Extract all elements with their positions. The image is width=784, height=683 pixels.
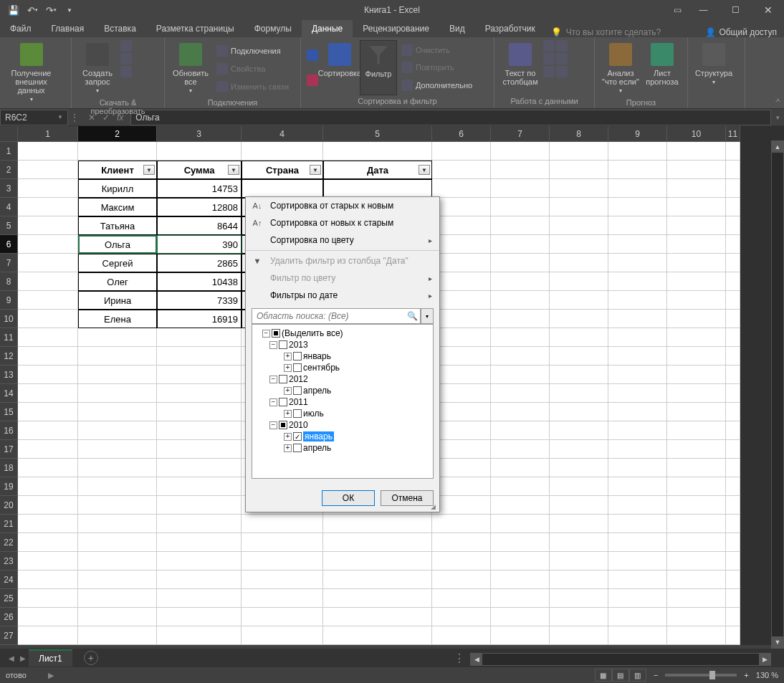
cell[interactable]: 8644 bbox=[157, 216, 242, 235]
cell[interactable] bbox=[78, 328, 157, 347]
row-header[interactable]: 23 bbox=[0, 552, 18, 570]
cell[interactable] bbox=[726, 235, 740, 254]
cell[interactable] bbox=[157, 440, 242, 459]
cell[interactable] bbox=[432, 328, 491, 347]
scroll-left-icon[interactable]: ◀ bbox=[471, 654, 482, 665]
cell[interactable] bbox=[608, 459, 667, 477]
remove-dup-icon[interactable] bbox=[543, 53, 555, 65]
cell[interactable] bbox=[18, 179, 78, 198]
cell[interactable] bbox=[608, 235, 667, 254]
cell[interactable] bbox=[608, 179, 667, 198]
cell[interactable] bbox=[18, 310, 78, 328]
cell[interactable] bbox=[726, 403, 740, 421]
select-all-checkbox[interactable] bbox=[272, 329, 280, 338]
month-checkbox[interactable] bbox=[293, 432, 302, 441]
tab-review[interactable]: Рецензирование bbox=[353, 20, 439, 37]
cell[interactable]: 7339 bbox=[157, 291, 242, 310]
cell[interactable] bbox=[157, 608, 242, 626]
filter-dropdown-icon[interactable]: ▼ bbox=[310, 165, 321, 175]
cell[interactable] bbox=[78, 515, 157, 533]
cell[interactable] bbox=[608, 198, 667, 216]
cell[interactable] bbox=[18, 626, 78, 645]
cell[interactable] bbox=[667, 608, 726, 626]
resize-handle-icon[interactable]: ◢ bbox=[431, 503, 438, 510]
cell[interactable] bbox=[608, 291, 667, 310]
cell[interactable] bbox=[432, 589, 491, 608]
row-header[interactable]: 11 bbox=[0, 328, 18, 347]
cell[interactable] bbox=[157, 477, 242, 496]
cell[interactable] bbox=[18, 235, 78, 254]
row-header[interactable]: 24 bbox=[0, 570, 18, 589]
cell[interactable] bbox=[432, 216, 491, 235]
text-to-columns-button[interactable]: Текст по столбцам bbox=[499, 40, 542, 95]
undo-icon[interactable]: ↶▾ bbox=[26, 4, 39, 16]
search-icon[interactable]: 🔍 bbox=[404, 311, 420, 321]
cell[interactable] bbox=[491, 384, 550, 403]
cell[interactable] bbox=[550, 533, 608, 552]
sheet-tab[interactable]: Лист1 bbox=[29, 649, 72, 667]
cell[interactable] bbox=[667, 589, 726, 608]
row-header[interactable]: 27 bbox=[0, 626, 18, 645]
formula-input[interactable]: Ольга bbox=[130, 110, 771, 125]
cell[interactable] bbox=[491, 347, 550, 366]
tab-view[interactable]: Вид bbox=[439, 20, 475, 37]
save-icon[interactable]: 💾 bbox=[7, 4, 20, 16]
cell[interactable] bbox=[432, 366, 491, 384]
cell[interactable] bbox=[550, 496, 608, 515]
horizontal-scrollbar[interactable]: ◀▶ bbox=[470, 653, 771, 666]
cell[interactable] bbox=[432, 384, 491, 403]
cell[interactable] bbox=[667, 235, 726, 254]
row-header[interactable]: 4 bbox=[0, 198, 18, 216]
cell[interactable] bbox=[432, 626, 491, 645]
collapse-icon[interactable]: − bbox=[269, 421, 277, 429]
cell[interactable] bbox=[726, 496, 740, 515]
month-checkbox[interactable] bbox=[293, 409, 302, 418]
tab-home[interactable]: Главная bbox=[42, 20, 95, 37]
filter-search-box[interactable]: 🔍 bbox=[252, 308, 421, 324]
cell[interactable] bbox=[323, 533, 432, 552]
cell[interactable] bbox=[550, 477, 608, 496]
cell[interactable] bbox=[157, 366, 242, 384]
cell[interactable] bbox=[667, 366, 726, 384]
cell[interactable] bbox=[608, 384, 667, 403]
zoom-in-icon[interactable]: + bbox=[744, 671, 748, 679]
cell[interactable] bbox=[432, 142, 491, 161]
cell[interactable] bbox=[491, 589, 550, 608]
cell[interactable] bbox=[608, 142, 667, 161]
col-header[interactable]: 3 bbox=[157, 126, 242, 142]
cell[interactable] bbox=[608, 552, 667, 570]
cell[interactable] bbox=[726, 608, 740, 626]
cell[interactable]: 14753 bbox=[157, 179, 242, 198]
cell[interactable] bbox=[667, 179, 726, 198]
expand-icon[interactable]: + bbox=[284, 433, 292, 441]
cell[interactable] bbox=[726, 161, 740, 179]
cell[interactable] bbox=[157, 328, 242, 347]
cell[interactable] bbox=[242, 552, 323, 570]
cell[interactable] bbox=[18, 440, 78, 459]
connections-button[interactable]: Подключения bbox=[215, 44, 293, 58]
month-checkbox[interactable] bbox=[293, 363, 302, 372]
cell[interactable] bbox=[491, 552, 550, 570]
cell[interactable] bbox=[18, 142, 78, 161]
cell[interactable] bbox=[18, 496, 78, 515]
cell[interactable] bbox=[242, 533, 323, 552]
select-all-corner[interactable] bbox=[0, 126, 18, 142]
cell[interactable] bbox=[608, 626, 667, 645]
tab-developer[interactable]: Разработчик bbox=[475, 20, 545, 37]
cell[interactable] bbox=[608, 328, 667, 347]
cell[interactable] bbox=[432, 179, 491, 198]
cell[interactable] bbox=[667, 161, 726, 179]
cell[interactable] bbox=[432, 496, 491, 515]
row-header[interactable]: 13 bbox=[0, 366, 18, 384]
cell[interactable] bbox=[323, 570, 432, 589]
tab-formulas[interactable]: Формулы bbox=[244, 20, 302, 37]
cell[interactable]: Сергей bbox=[78, 254, 157, 272]
cell[interactable] bbox=[78, 608, 157, 626]
cell[interactable] bbox=[550, 254, 608, 272]
cell[interactable] bbox=[78, 570, 157, 589]
cell[interactable] bbox=[550, 366, 608, 384]
cell[interactable]: Ольга bbox=[78, 235, 157, 254]
row-header[interactable]: 3 bbox=[0, 179, 18, 198]
row-header[interactable]: 9 bbox=[0, 291, 18, 310]
cell[interactable] bbox=[157, 421, 242, 440]
